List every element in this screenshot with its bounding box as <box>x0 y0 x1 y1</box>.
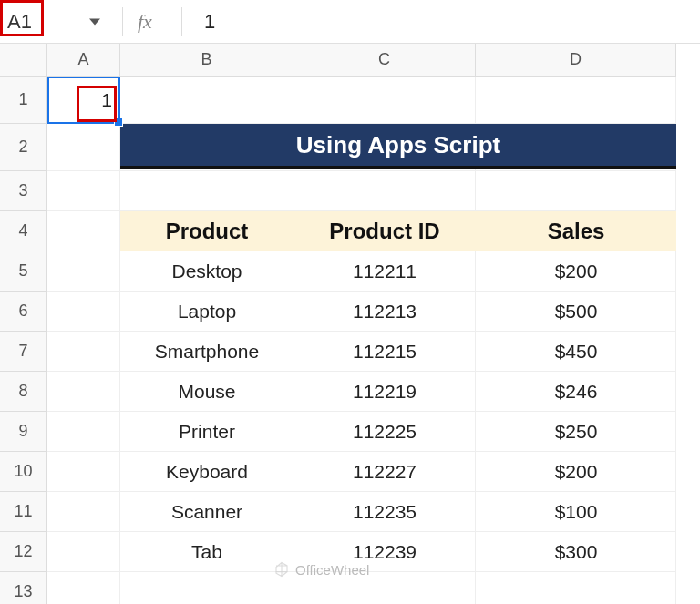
cell-a9[interactable] <box>47 412 120 452</box>
row-header-9[interactable]: 9 <box>0 412 47 452</box>
header-product-text: Product <box>166 219 249 244</box>
row-header-3[interactable]: 3 <box>0 171 47 211</box>
header-sales-text: Sales <box>548 219 605 244</box>
watermark-text: OfficeWheel <box>295 562 369 578</box>
row-header-1[interactable]: 1 <box>0 77 47 124</box>
header-product-id[interactable]: Product ID <box>293 211 476 251</box>
cell-a10[interactable] <box>47 452 120 492</box>
formula-bar: A1 fx <box>0 0 700 44</box>
row-header-7[interactable]: 7 <box>0 332 47 372</box>
data-product-id-4[interactable]: 112225 <box>293 412 476 452</box>
cell-a4[interactable] <box>47 211 120 251</box>
formula-input[interactable] <box>197 9 700 35</box>
divider <box>181 7 182 36</box>
watermark: OfficeWheel <box>273 561 369 578</box>
data-product-2[interactable]: Smartphone <box>120 332 293 372</box>
data-product-6[interactable]: Scanner <box>120 492 293 532</box>
data-product-4[interactable]: Printer <box>120 412 293 452</box>
cell-d1[interactable] <box>476 77 676 124</box>
row-header-6[interactable]: 6 <box>0 292 47 332</box>
data-product-0[interactable]: Desktop <box>120 251 293 292</box>
row-header-10[interactable]: 10 <box>0 452 47 492</box>
data-sales-6[interactable]: $100 <box>476 492 676 532</box>
cell-a13[interactable] <box>47 572 120 604</box>
cell-c1[interactable] <box>293 77 476 124</box>
header-product-id-text: Product ID <box>329 219 439 244</box>
data-product-7[interactable]: Tab <box>120 532 293 572</box>
data-sales-5[interactable]: $200 <box>476 452 676 492</box>
fx-label: fx <box>138 10 152 34</box>
data-sales-2[interactable]: $450 <box>476 332 676 372</box>
row-header-13[interactable]: 13 <box>0 572 47 604</box>
row-header-11[interactable]: 11 <box>0 492 47 532</box>
cell-b13[interactable] <box>120 572 293 604</box>
name-box-value: A1 <box>7 10 32 34</box>
hexagon-icon <box>273 561 290 578</box>
cell-a5[interactable] <box>47 251 120 292</box>
cell-a11[interactable] <box>47 492 120 532</box>
data-product-id-5[interactable]: 112227 <box>293 452 476 492</box>
cell-a8[interactable] <box>47 372 120 412</box>
cell-a1-value: 1 <box>101 89 112 111</box>
data-product-id-3[interactable]: 112219 <box>293 372 476 412</box>
column-header-a[interactable]: A <box>47 44 120 77</box>
data-product-5[interactable]: Keyboard <box>120 452 293 492</box>
row-header-5[interactable]: 5 <box>0 251 47 292</box>
cell-c3[interactable] <box>293 171 476 211</box>
data-sales-4[interactable]: $250 <box>476 412 676 452</box>
row-header-12[interactable]: 12 <box>0 532 47 572</box>
cell-a3[interactable] <box>47 171 120 211</box>
cell-b3[interactable] <box>120 171 293 211</box>
name-box[interactable]: A1 <box>0 0 108 43</box>
column-header-d[interactable]: D <box>476 44 676 77</box>
title-text: Using Apps Script <box>296 131 500 159</box>
row-header-8[interactable]: 8 <box>0 372 47 412</box>
column-header-b[interactable]: B <box>120 44 293 77</box>
divider <box>122 7 123 36</box>
cell-d13[interactable] <box>476 572 676 604</box>
data-sales-1[interactable]: $500 <box>476 292 676 332</box>
cell-a2[interactable] <box>47 124 120 171</box>
column-headers: A B C D <box>0 44 700 77</box>
title-cell[interactable]: Using Apps Script <box>120 124 676 169</box>
row-1: 1 1 <box>0 77 700 124</box>
name-box-dropdown-icon[interactable] <box>89 18 100 25</box>
cell-a1[interactable]: 1 <box>47 77 120 124</box>
header-sales[interactable]: Sales <box>476 211 676 251</box>
data-sales-3[interactable]: $246 <box>476 372 676 412</box>
data-product-id-0[interactable]: 112211 <box>293 251 476 292</box>
cell-a7[interactable] <box>47 332 120 372</box>
select-all-corner[interactable] <box>0 44 47 77</box>
data-product-3[interactable]: Mouse <box>120 372 293 412</box>
data-product-id-1[interactable]: 112213 <box>293 292 476 332</box>
data-product-id-6[interactable]: 112235 <box>293 492 476 532</box>
row-3: 3 <box>0 171 700 211</box>
header-product[interactable]: Product <box>120 211 293 251</box>
data-sales-0[interactable]: $200 <box>476 251 676 292</box>
data-product-id-2[interactable]: 112215 <box>293 332 476 372</box>
row-header-2[interactable]: 2 <box>0 124 47 171</box>
cell-a12[interactable] <box>47 532 120 572</box>
data-sales-7[interactable]: $300 <box>476 532 676 572</box>
cell-d3[interactable] <box>476 171 676 211</box>
data-product-1[interactable]: Laptop <box>120 292 293 332</box>
cell-a6[interactable] <box>47 292 120 332</box>
row-header-4[interactable]: 4 <box>0 211 47 251</box>
column-header-c[interactable]: C <box>293 44 476 77</box>
cell-b1[interactable] <box>120 77 293 124</box>
